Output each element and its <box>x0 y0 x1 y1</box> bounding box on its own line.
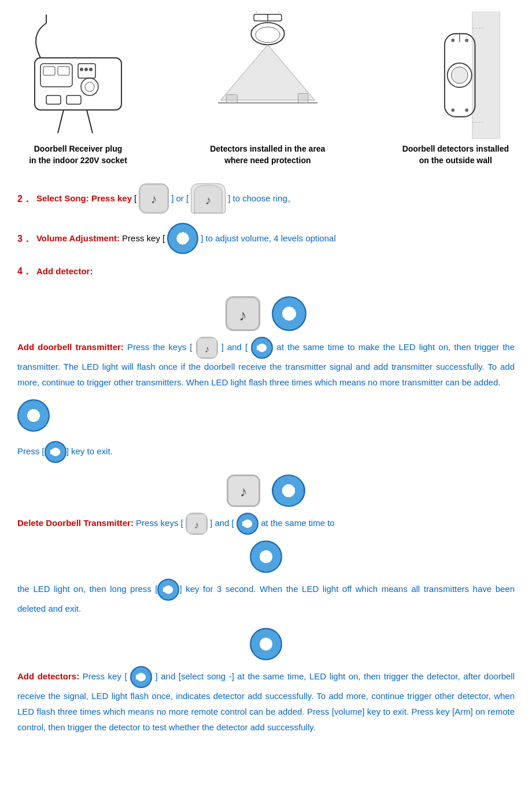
volume-btn-inline-1[interactable] <box>251 337 273 359</box>
step2-or: ] or [ <box>171 191 189 206</box>
svg-marker-55 <box>163 585 169 594</box>
delete-doorbell-label: Delete Doorbell Transmitter: <box>17 518 134 528</box>
step3-text: Press key [ <box>122 231 165 246</box>
svg-point-33 <box>465 39 468 42</box>
step4-line: 4． Add detector: <box>17 263 515 279</box>
add-doorbell-label: Add doorbell transmitter: <box>17 342 124 352</box>
wall-doorbell-caption: Doorbell detectors installed on the outs… <box>402 144 509 166</box>
svg-point-8 <box>81 78 98 95</box>
svg-marker-39 <box>178 234 183 243</box>
add-detectors-text: Add detectors: Press key [ ] and [select… <box>17 666 515 735</box>
svg-marker-21 <box>221 45 315 100</box>
svg-point-18 <box>251 23 284 45</box>
step2-line: 2． Select Song: Press key [ ♪ ] or [ ♪ ]… <box>17 183 515 214</box>
receiver-image-item: Doorbell Receiver plug in the indoor 220… <box>23 12 133 166</box>
top-images-row: Doorbell Receiver plug in the indoor 220… <box>17 12 515 166</box>
svg-line-13 <box>87 110 93 133</box>
volume-btn-add-det-inline[interactable] <box>130 666 152 688</box>
long-press-btn-row <box>17 540 515 573</box>
add-doorbell-text: Add doorbell transmitter: Press the keys… <box>17 337 515 390</box>
volume-btn-add-detector[interactable] <box>250 628 282 660</box>
step4-number: 4． <box>17 263 32 279</box>
svg-marker-54 <box>261 552 267 561</box>
receiver-caption: Doorbell Receiver plug in the indoor 220… <box>29 144 127 166</box>
add-detector-btn-row <box>17 628 515 660</box>
detector-illustration <box>207 12 328 139</box>
volume-btn-delete-inline[interactable] <box>237 513 258 535</box>
svg-line-12 <box>58 110 64 133</box>
step2-label: Select Song: Press key <box>36 191 132 206</box>
add-doorbell-and: ] and [ <box>221 342 248 352</box>
delete-buttons-row: ♪ <box>17 475 515 507</box>
svg-text:♪: ♪ <box>194 520 200 531</box>
delete-at-same-time: at the same time to <box>261 518 335 528</box>
svg-point-7 <box>89 68 93 71</box>
volume-btn-delete[interactable] <box>272 475 305 507</box>
step3-end: ] to adjust volume, 4 levels optional <box>201 231 335 246</box>
step2-section: 2． Select Song: Press key [ ♪ ] or [ ♪ ]… <box>17 183 515 214</box>
svg-point-19 <box>256 27 280 43</box>
svg-point-9 <box>85 82 94 91</box>
step3-number: 3． <box>17 231 32 247</box>
svg-marker-42 <box>284 309 290 318</box>
svg-marker-57 <box>136 672 142 682</box>
detector-area-caption: Detectors installed in the area where ne… <box>210 144 325 166</box>
step2-bracket1: [ <box>134 191 136 206</box>
svg-point-30 <box>451 67 468 84</box>
svg-text:♪: ♪ <box>151 192 157 205</box>
svg-rect-24 <box>298 94 308 103</box>
music-button-1[interactable]: ♪ <box>139 183 169 214</box>
step2-end: ] to choose ring。 <box>228 191 296 206</box>
svg-text:♪: ♪ <box>240 483 247 499</box>
music-btn-delete-inline[interactable]: ♪ <box>186 513 208 535</box>
press-exit-row <box>17 399 515 432</box>
svg-marker-47 <box>50 447 56 457</box>
svg-point-35 <box>465 108 468 112</box>
step3-label: Volume Adjustment: <box>36 231 120 246</box>
volume-btn-press-exit[interactable] <box>45 441 66 463</box>
music-button-add[interactable]: ♪ <box>226 296 260 331</box>
add-doorbell-subsection: ♪ Add doorbell transmitter: Press the ke… <box>17 296 515 463</box>
step3-line: 3． Volume Adjustment: Press key [ ] to a… <box>17 223 515 254</box>
step3-section: 3． Volume Adjustment: Press key [ ] to a… <box>17 223 515 254</box>
step4-section: 4． Add detector: ♪ Add doo <box>17 263 515 735</box>
music-button-2[interactable]: ♪ <box>191 183 226 214</box>
svg-text:♪: ♪ <box>205 193 212 207</box>
wall-doorbell-illustration <box>409 12 502 139</box>
svg-point-32 <box>451 39 455 42</box>
svg-marker-45 <box>257 343 263 352</box>
receiver-illustration <box>23 12 133 139</box>
add-doorbell-buttons-row: ♪ <box>17 296 515 331</box>
svg-point-34 <box>451 108 455 112</box>
svg-point-5 <box>80 68 83 71</box>
delete-and: ] and [ <box>210 518 234 528</box>
volume-button-step3[interactable] <box>167 223 198 254</box>
add-detectors-subsection: Add detectors: Press key [ ] and [select… <box>17 628 515 735</box>
music-btn-inline-1[interactable]: ♪ <box>196 337 218 359</box>
add-detectors-label: Add detectors: <box>17 671 79 681</box>
svg-rect-25 <box>472 12 500 139</box>
add-detectors-body1: Press key [ <box>83 671 127 681</box>
wall-doorbell-item: Doorbell detectors installed on the outs… <box>402 12 509 166</box>
press-exit-text: Press [ ] key to exit. <box>17 446 113 456</box>
delete-rest-text: the LED light on, then long press [ ] ke… <box>17 579 515 616</box>
music-btn-delete[interactable]: ♪ <box>227 475 260 507</box>
svg-rect-3 <box>58 67 69 75</box>
step4-label: Add detector: <box>36 264 93 279</box>
svg-rect-10 <box>46 95 61 104</box>
svg-text:♪: ♪ <box>204 344 209 355</box>
step2-number: 2． <box>17 191 32 207</box>
volume-button-exit[interactable] <box>17 399 50 432</box>
svg-rect-11 <box>66 95 81 104</box>
svg-marker-46 <box>28 411 34 420</box>
delete-doorbell-body1: Press keys [ <box>136 518 183 528</box>
svg-marker-56 <box>261 639 267 649</box>
volume-button-add[interactable] <box>272 296 306 331</box>
svg-rect-23 <box>226 94 237 102</box>
svg-point-6 <box>84 68 88 71</box>
svg-text:♪: ♪ <box>239 307 247 324</box>
svg-marker-50 <box>283 486 289 495</box>
volume-btn-long-press[interactable] <box>250 540 282 573</box>
svg-marker-53 <box>242 519 248 528</box>
volume-btn-long-press-inline[interactable] <box>157 579 179 601</box>
